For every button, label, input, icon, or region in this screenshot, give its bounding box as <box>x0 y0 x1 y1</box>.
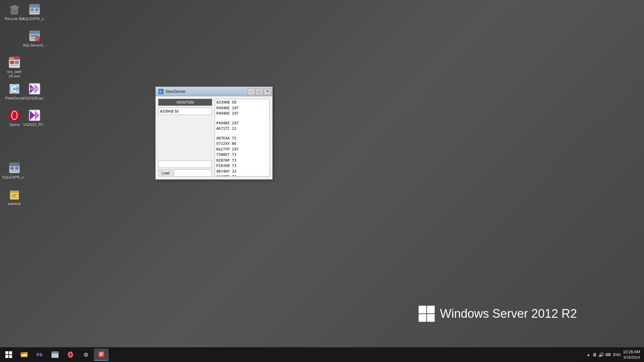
window-title: NewServer <box>166 89 185 94</box>
main-input-field[interactable] <box>158 108 212 115</box>
title-bar-left: N NewServer <box>158 89 185 94</box>
keyboard-icon[interactable]: ⌨ <box>605 353 611 357</box>
recycle-bin-icon <box>8 3 21 16</box>
network-icon[interactable]: 🖥 <box>592 352 597 357</box>
svg-text:AB: AB <box>13 87 18 91</box>
logo-pane-3 <box>419 314 426 322</box>
toarticle-label: toArticle <box>8 202 21 206</box>
svg-rect-58 <box>52 354 58 355</box>
svg-rect-7 <box>30 4 40 8</box>
svg-rect-59 <box>52 356 58 356</box>
sqlserver2-icon: ! <box>28 29 41 43</box>
svg-rect-10 <box>31 12 39 13</box>
svg-rect-41 <box>10 170 18 172</box>
svg-rect-38 <box>9 163 19 166</box>
svg-rect-9 <box>35 8 39 11</box>
svg-rect-65 <box>99 355 102 356</box>
list-item: H287AP 73 <box>216 158 268 164</box>
windows-logo <box>419 306 435 322</box>
svg-rect-51 <box>5 355 8 358</box>
desktop-icon-vs2013[interactable]: VS2013_RT... <box>21 107 48 128</box>
svg-rect-57 <box>52 352 58 354</box>
svg-rect-2 <box>13 5 16 7</box>
title-bar-controls: − □ ✕ <box>248 88 271 95</box>
desktop-icon-sqlexpr1[interactable]: SQLEXPR_x... <box>21 1 48 22</box>
opera-icon <box>8 109 21 122</box>
title-bar: N NewServer − □ ✕ <box>156 87 272 96</box>
show-hidden-icons[interactable]: ▲ <box>587 352 591 357</box>
list-item <box>216 117 268 121</box>
load-button[interactable]: Load <box>158 170 172 176</box>
filemanager-button[interactable] <box>48 349 62 361</box>
svg-rect-23 <box>10 65 19 66</box>
desktop-icon-toarticle[interactable]: toArticle <box>1 186 28 207</box>
vs2013-icon <box>28 109 41 122</box>
svg-point-19 <box>10 58 11 59</box>
volume-icon[interactable]: 🔊 <box>598 352 604 357</box>
maximize-button[interactable]: □ <box>256 88 263 95</box>
desktop-icon-vcsweb[interactable]: vcs_web (4).exe <box>1 54 28 80</box>
list-item: O874HY 33 <box>216 169 268 175</box>
load-row: Load <box>158 169 212 177</box>
tray-icons: 🖥 🔊 ⌨ <box>592 352 611 357</box>
sqlexpr2-label: SQLEXPR_x... <box>2 175 27 180</box>
logo-pane-4 <box>427 314 435 322</box>
svg-rect-22 <box>15 61 19 64</box>
svg-rect-43 <box>10 191 19 193</box>
minimize-button[interactable]: − <box>248 88 255 95</box>
vs2013-label: VS2013_RT... <box>23 123 46 127</box>
desktop-icon-sqlexpr2[interactable]: SQLEXPR_x... <box>1 160 28 181</box>
list-item: A671TC 13 <box>216 126 268 132</box>
app-window-newserver: N NewServer − □ ✕ NEWITEM Load <box>155 86 273 180</box>
vs2010-label: VS2010Expr... <box>23 96 46 101</box>
svg-point-20 <box>12 58 13 59</box>
list-item: O076XA 72 <box>216 136 268 141</box>
clock-time: 10:28 AM <box>623 349 640 355</box>
input-field-3[interactable] <box>174 169 212 177</box>
branding: Windows Server 2012 R2 <box>419 306 577 322</box>
opera-taskbar-button[interactable] <box>63 349 78 361</box>
svg-rect-44 <box>11 194 17 195</box>
list-item: P494KE 197 <box>216 111 268 117</box>
svg-rect-52 <box>9 355 12 358</box>
svg-text:!: ! <box>37 37 38 41</box>
start-button[interactable] <box>1 349 16 361</box>
clock[interactable]: 10:28 AM 5/16/2014 <box>623 349 640 360</box>
desktop-icon-sqlserver2[interactable]: ! SQLServer2... <box>21 28 48 49</box>
opera-label: Opera <box>9 123 20 127</box>
newitem-button[interactable]: NEWITEM <box>158 99 212 106</box>
list-item: P494KE 197 <box>216 106 268 111</box>
svg-rect-63 <box>99 353 103 353</box>
logo-pane-1 <box>419 306 426 313</box>
language-indicator[interactable]: ENG <box>613 353 621 357</box>
list-item: P183EB 73 <box>216 163 268 169</box>
tools-button[interactable]: ⚙ <box>78 349 93 361</box>
sqlexpr1-icon <box>28 3 41 16</box>
svg-rect-64 <box>99 354 103 355</box>
svg-rect-21 <box>10 61 14 64</box>
svg-point-32 <box>12 111 17 120</box>
logo-pane-2 <box>427 306 435 313</box>
svg-point-61 <box>69 352 72 357</box>
explorer-button[interactable] <box>17 349 32 361</box>
list-panel[interactable]: A339KB 50P494KE 197P494KE 197P494KE 197A… <box>215 99 270 177</box>
desktop: Recycle Bin SQLEXPR_x... ! <box>0 0 644 347</box>
app6-button[interactable] <box>94 349 109 361</box>
powershell-button[interactable]: PS <box>32 349 47 361</box>
left-panel: NEWITEM Load <box>158 99 212 177</box>
list-item <box>216 132 268 136</box>
list-item: O722XX 86 <box>216 141 268 147</box>
svg-rect-8 <box>31 8 34 11</box>
input-field-2[interactable] <box>158 161 212 168</box>
list-item: A143TE 73 <box>216 174 268 177</box>
vcsweb-icon <box>8 56 21 69</box>
svg-rect-30 <box>29 88 40 90</box>
vs2010-icon <box>28 82 41 96</box>
svg-rect-46 <box>11 197 17 197</box>
desktop-icon-vs2010[interactable]: VS2010Expr... <box>21 81 48 102</box>
close-button[interactable]: ✕ <box>264 88 271 95</box>
sqlserver2-label: SQLServer2... <box>23 43 46 48</box>
svg-rect-40 <box>15 167 18 170</box>
window-content: NEWITEM Load A339KB 50P494KE 197P494KE 1… <box>156 96 272 179</box>
svg-rect-50 <box>9 351 12 354</box>
